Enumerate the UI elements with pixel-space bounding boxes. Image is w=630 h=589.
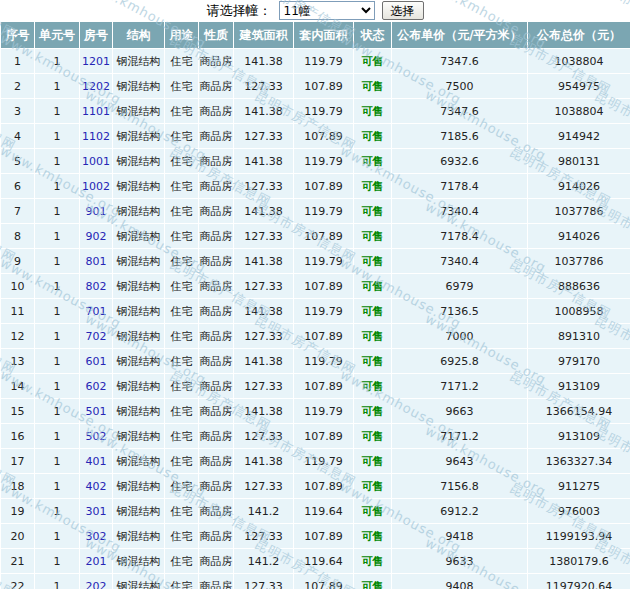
- cell-col-7: 107.89: [294, 574, 354, 589]
- room-number-cell: 1102: [80, 124, 113, 149]
- status-text: 可售: [362, 55, 384, 68]
- room-number-cell: 402: [80, 474, 113, 499]
- cell-col-7: 107.89: [294, 474, 354, 499]
- cell-col-1: 1: [35, 349, 80, 374]
- cell-col-6: 127.33: [234, 474, 294, 499]
- room-number-link[interactable]: 702: [86, 330, 107, 343]
- cell-col-5: 商品房: [199, 299, 234, 324]
- room-number-link[interactable]: 902: [86, 230, 107, 243]
- cell-col-4: 住宅: [165, 124, 199, 149]
- room-number-link[interactable]: 801: [86, 255, 107, 268]
- room-number-link[interactable]: 501: [86, 405, 107, 418]
- room-number-link[interactable]: 301: [86, 505, 107, 518]
- cell-col-0: 22: [1, 574, 35, 589]
- select-button[interactable]: 选择: [382, 1, 424, 20]
- cell-col-3: 钢混结构: [113, 74, 165, 99]
- status-text: 可售: [362, 505, 384, 518]
- cell-col-10: 979170: [528, 349, 630, 374]
- room-number-link[interactable]: 802: [86, 280, 107, 293]
- column-header-8: 状态: [354, 22, 392, 49]
- cell-col-9: 7340.4: [392, 249, 528, 274]
- cell-col-1: 1: [35, 274, 80, 299]
- cell-col-9: 7340.4: [392, 199, 528, 224]
- status-text: 可售: [362, 555, 384, 568]
- cell-col-6: 127.33: [234, 224, 294, 249]
- cell-col-1: 1: [35, 49, 80, 74]
- table-header-row: 序号单元号房号结构用途性质建筑面积套内面积状态公布单价（元/平方米）公布总价（元…: [1, 22, 630, 49]
- cell-col-7: 107.89: [294, 174, 354, 199]
- room-number-link[interactable]: 601: [86, 355, 107, 368]
- cell-col-5: 商品房: [199, 174, 234, 199]
- status-cell: 可售: [354, 499, 392, 524]
- cell-col-0: 10: [1, 274, 35, 299]
- cell-col-3: 钢混结构: [113, 374, 165, 399]
- room-number-link[interactable]: 1202: [82, 80, 110, 93]
- room-number-link[interactable]: 302: [86, 530, 107, 543]
- table-row: 111201钢混结构住宅商品房141.38119.79可售7347.610388…: [1, 49, 630, 74]
- cell-col-3: 钢混结构: [113, 449, 165, 474]
- table-row: 171401钢混结构住宅商品房141.38119.79可售96431363327…: [1, 449, 630, 474]
- building-select-label: 请选择幢：: [207, 2, 272, 20]
- room-number-link[interactable]: 602: [86, 380, 107, 393]
- cell-col-5: 商品房: [199, 99, 234, 124]
- status-text: 可售: [362, 405, 384, 418]
- cell-col-5: 商品房: [199, 424, 234, 449]
- cell-col-4: 住宅: [165, 99, 199, 124]
- cell-col-10: 1038804: [528, 99, 630, 124]
- cell-col-9: 6979: [392, 274, 528, 299]
- cell-col-0: 18: [1, 474, 35, 499]
- cell-col-1: 1: [35, 549, 80, 574]
- cell-col-10: 913109: [528, 374, 630, 399]
- room-number-link[interactable]: 202: [86, 580, 107, 589]
- room-number-link[interactable]: 701: [86, 305, 107, 318]
- room-number-link[interactable]: 901: [86, 205, 107, 218]
- cell-col-4: 住宅: [165, 49, 199, 74]
- room-number-link[interactable]: 1101: [82, 105, 110, 118]
- cell-col-10: 1008958: [528, 299, 630, 324]
- status-text: 可售: [362, 530, 384, 543]
- cell-col-5: 商品房: [199, 324, 234, 349]
- status-cell: 可售: [354, 99, 392, 124]
- cell-col-0: 4: [1, 124, 35, 149]
- status-cell: 可售: [354, 174, 392, 199]
- room-number-link[interactable]: 402: [86, 480, 107, 493]
- building-select[interactable]: 11幢: [279, 1, 375, 20]
- cell-col-5: 商品房: [199, 374, 234, 399]
- table-row: 91801钢混结构住宅商品房141.38119.79可售7340.4103778…: [1, 249, 630, 274]
- cell-col-3: 钢混结构: [113, 499, 165, 524]
- column-header-2: 房号: [80, 22, 113, 49]
- cell-col-4: 住宅: [165, 224, 199, 249]
- status-cell: 可售: [354, 449, 392, 474]
- cell-col-5: 商品房: [199, 224, 234, 249]
- room-number-link[interactable]: 502: [86, 430, 107, 443]
- table-row: 121702钢混结构住宅商品房127.33107.89可售7000891310: [1, 324, 630, 349]
- cell-col-0: 16: [1, 424, 35, 449]
- status-text: 可售: [362, 580, 384, 589]
- cell-col-0: 11: [1, 299, 35, 324]
- cell-col-4: 住宅: [165, 524, 199, 549]
- room-number-link[interactable]: 1001: [82, 155, 110, 168]
- cell-col-10: 1038804: [528, 49, 630, 74]
- table-row: 101802钢混结构住宅商品房127.33107.89可售6979888636: [1, 274, 630, 299]
- cell-col-5: 商品房: [199, 49, 234, 74]
- cell-col-4: 住宅: [165, 449, 199, 474]
- room-number-link[interactable]: 1002: [82, 180, 110, 193]
- cell-col-3: 钢混结构: [113, 574, 165, 589]
- cell-col-1: 1: [35, 224, 80, 249]
- room-number-link[interactable]: 1102: [82, 130, 110, 143]
- room-number-link[interactable]: 401: [86, 455, 107, 468]
- cell-col-0: 14: [1, 374, 35, 399]
- room-number-cell: 1101: [80, 99, 113, 124]
- column-header-5: 性质: [199, 22, 234, 49]
- room-number-link[interactable]: 1201: [82, 55, 110, 68]
- cell-col-1: 1: [35, 499, 80, 524]
- status-cell: 可售: [354, 124, 392, 149]
- cell-col-5: 商品房: [199, 549, 234, 574]
- cell-col-0: 8: [1, 224, 35, 249]
- cell-col-0: 7: [1, 199, 35, 224]
- room-number-link[interactable]: 201: [86, 555, 107, 568]
- cell-col-5: 商品房: [199, 574, 234, 589]
- cell-col-0: 15: [1, 399, 35, 424]
- status-text: 可售: [362, 280, 384, 293]
- status-cell: 可售: [354, 249, 392, 274]
